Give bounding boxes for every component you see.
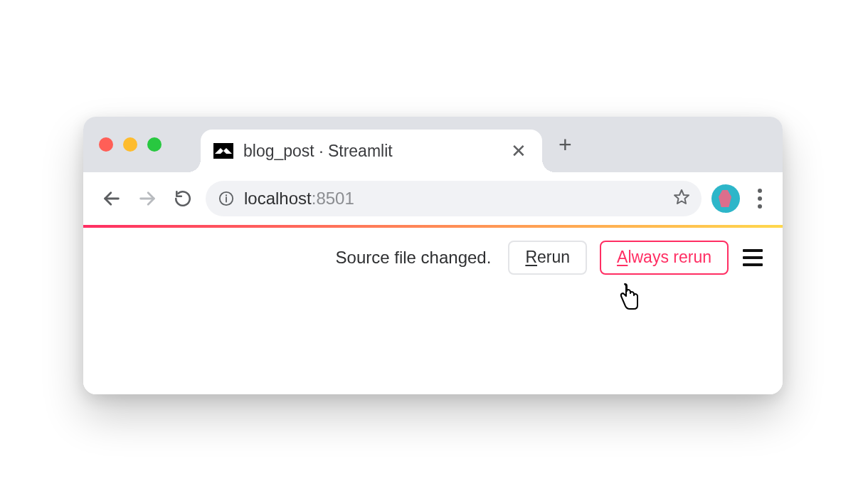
svg-marker-6 [674,190,689,204]
address-text: localhost:8501 [244,189,663,209]
page-content: Source file changed. Rerun Always rerun [83,225,783,394]
address-host: localhost [244,189,312,208]
bookmark-star-icon[interactable] [673,189,690,209]
site-info-icon[interactable] [218,191,234,206]
rerun-button[interactable]: Rerun [508,241,587,275]
tab-strip: blog_post · Streamlit ✕ + [83,117,783,172]
app-menu-button[interactable] [741,246,764,269]
browser-tab[interactable]: blog_post · Streamlit ✕ [201,130,542,172]
tab-close-button[interactable]: ✕ [508,139,529,163]
always-rerun-button[interactable]: Always rerun [600,241,729,275]
svg-point-5 [226,194,227,196]
browser-toolbar: localhost:8501 [83,172,783,225]
window-controls [99,137,162,152]
window-zoom-button[interactable] [147,137,162,152]
rerun-ribbon: Source file changed. Rerun Always rerun [83,228,783,275]
window-minimize-button[interactable] [123,137,137,152]
window-close-button[interactable] [99,137,113,152]
nav-forward-button[interactable] [134,186,160,211]
new-tab-button[interactable]: + [559,133,572,156]
nav-back-button[interactable] [99,186,125,211]
browser-menu-button[interactable] [750,189,770,209]
streamlit-favicon [213,143,233,159]
browser-window: blog_post · Streamlit ✕ + localhost:8 [83,117,783,394]
address-bar[interactable]: localhost:8501 [206,181,702,216]
tab-title: blog_post · Streamlit [243,142,498,161]
source-changed-message: Source file changed. [336,248,492,268]
profile-avatar[interactable] [711,184,740,213]
address-port: :8501 [312,189,354,208]
nav-reload-button[interactable] [170,186,196,211]
svg-marker-0 [215,148,232,154]
